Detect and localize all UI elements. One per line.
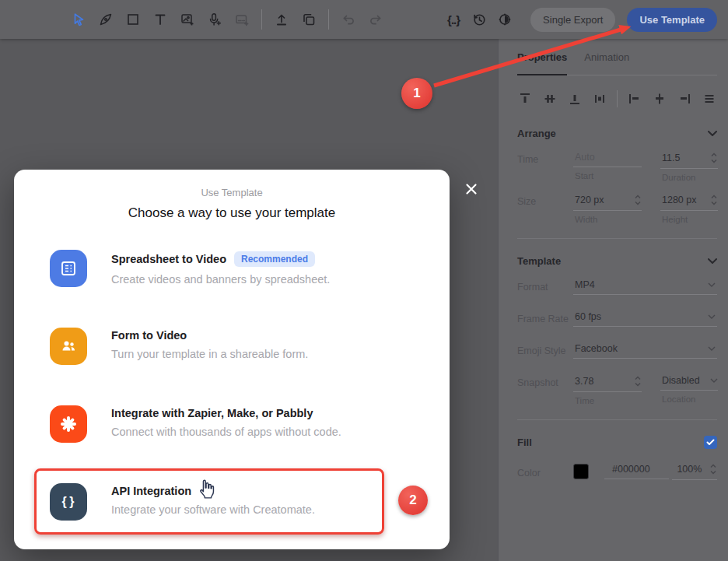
section-divider <box>517 238 717 239</box>
arrange-section-header[interactable]: Arrange <box>517 126 717 140</box>
start-sublabel: Start <box>573 171 642 181</box>
chevron-down-icon <box>708 131 717 136</box>
use-template-button[interactable]: Use Template <box>627 8 717 32</box>
format-select[interactable]: MP4 <box>573 279 717 295</box>
recommended-badge: Recommended <box>234 251 315 267</box>
option-title: Spreadsheet to Video <box>111 253 226 265</box>
align-top-icon[interactable] <box>517 91 533 107</box>
properties-sidebar: Properties Animation Arrange <box>498 39 728 561</box>
option-title: API Integration <box>111 485 191 497</box>
image-tool-icon[interactable] <box>179 11 196 28</box>
option-description: Create videos and banners by spreadsheet… <box>111 273 330 286</box>
appearance-icon[interactable] <box>496 11 513 28</box>
stepper-icon[interactable] <box>710 152 718 164</box>
alignment-toolbar <box>517 86 717 111</box>
arrange-title: Arrange <box>517 128 556 139</box>
color-swatch[interactable] <box>573 464 589 479</box>
drawing-tools <box>70 11 250 28</box>
align-horizontal-center-icon[interactable] <box>652 91 667 107</box>
fill-section-header: Fill <box>517 435 717 449</box>
template-title: Template <box>517 255 561 267</box>
sidebar-tabs: Properties Animation <box>517 39 717 75</box>
template-section-header[interactable]: Template <box>517 254 717 268</box>
single-export-button[interactable]: Single Export <box>530 8 615 32</box>
align-vertical-center-icon[interactable] <box>542 91 558 107</box>
fill-checkbox[interactable] <box>704 436 717 449</box>
single-export-label: Single Export <box>543 14 603 26</box>
size-row: Size 720 px Width 1280 px Height <box>517 194 717 224</box>
frame-rate-row: Frame Rate 60 fps <box>517 311 717 327</box>
align-left-icon[interactable] <box>627 91 642 107</box>
frame-rate-select[interactable]: 60 fps <box>573 311 717 327</box>
stepper-icon[interactable] <box>634 194 642 206</box>
option-form-to-video[interactable]: Form to Video Turn your template in a sh… <box>50 328 422 365</box>
snapshot-location-select[interactable]: Disabled <box>660 375 718 391</box>
hex-input[interactable]: #000000 <box>604 464 669 479</box>
chevron-down-icon <box>708 346 716 351</box>
upload-icon[interactable] <box>273 11 290 28</box>
duration-input[interactable]: 11.5 <box>660 152 718 169</box>
align-bottom-icon[interactable] <box>567 91 583 107</box>
section-divider <box>517 419 717 420</box>
use-template-label: Use Template <box>639 14 705 26</box>
shape-tool-icon[interactable] <box>124 11 142 28</box>
undo-icon[interactable] <box>340 11 357 28</box>
option-description: Connect with thousands of apps without c… <box>111 426 341 438</box>
top-toolbar: {..} Single Export Use Template <box>0 0 728 39</box>
stepper-icon[interactable] <box>709 463 717 475</box>
start-value: Auto <box>575 152 595 163</box>
align-right-icon[interactable] <box>677 91 692 107</box>
spreadsheet-icon <box>50 250 87 287</box>
tab-properties[interactable]: Properties <box>517 39 567 75</box>
tab-animation[interactable]: Animation <box>584 39 629 75</box>
modal-kicker: Use Template <box>14 187 450 198</box>
duration-sublabel: Duration <box>660 173 718 182</box>
hex-value: #000000 <box>612 464 650 475</box>
zapier-asterisk-icon <box>50 405 87 443</box>
stretch-horizontal-icon[interactable] <box>702 91 717 107</box>
option-api-integration[interactable]: { } API Integration Integrate your softw… <box>50 483 422 521</box>
height-input[interactable]: 1280 px <box>660 194 718 211</box>
emoji-style-select[interactable]: Facebook <box>573 343 717 359</box>
snapshot-row: Snapshot 3.78 Time Disabled Location <box>517 375 717 405</box>
snapshot-label: Snapshot <box>517 375 573 405</box>
option-description: Turn your template in a shareable form. <box>111 348 308 360</box>
format-value: MP4 <box>575 279 595 290</box>
width-input[interactable]: 720 px <box>573 194 642 211</box>
use-template-modal: Use Template Choose a way to use your te… <box>14 170 450 549</box>
toolbar-divider <box>261 9 262 30</box>
frame-rate-label: Frame Rate <box>517 311 573 327</box>
opacity-input[interactable]: 100% <box>672 463 717 480</box>
snapshot-time-input[interactable]: 3.78 <box>573 375 642 392</box>
format-label: Format <box>517 279 573 295</box>
stepper-icon[interactable] <box>634 375 642 387</box>
fill-title: Fill <box>517 437 532 448</box>
alignment-divider <box>617 90 618 107</box>
history-icon[interactable] <box>471 11 488 28</box>
stretch-vertical-icon[interactable] <box>592 91 607 107</box>
emoji-style-label: Emoji Style <box>517 343 573 359</box>
template-options-list: Spreadsheet to Video Recommended Create … <box>50 250 422 521</box>
time-row: Time Auto Start 11.5 Duration <box>517 152 717 182</box>
close-icon[interactable] <box>462 180 481 198</box>
select-tool-icon[interactable] <box>70 11 87 28</box>
color-label: Color <box>517 465 573 479</box>
option-integrate-zapier[interactable]: Integrate with Zapier, Make, or Pabbly C… <box>50 405 422 443</box>
caption-tool-icon[interactable] <box>233 11 250 28</box>
code-braces-icon: { } <box>50 483 87 521</box>
start-input[interactable]: Auto <box>573 152 642 167</box>
text-tool-icon[interactable] <box>152 11 169 28</box>
annotation-step-2: 2 <box>398 486 428 515</box>
fill-color-row: Color #000000 100% <box>517 463 717 480</box>
redo-icon[interactable] <box>367 11 384 28</box>
duplicate-icon[interactable] <box>300 11 317 28</box>
stepper-icon[interactable] <box>710 194 718 206</box>
opacity-value: 100% <box>677 464 702 475</box>
duration-value: 11.5 <box>662 153 680 163</box>
voiceover-tool-icon[interactable] <box>206 11 223 28</box>
snapshot-location-sublabel: Location <box>660 394 718 404</box>
source-code-icon[interactable]: {..} <box>445 11 462 28</box>
file-tools <box>273 11 317 28</box>
option-spreadsheet-to-video[interactable]: Spreadsheet to Video Recommended Create … <box>50 250 422 287</box>
draw-tool-icon[interactable] <box>97 11 114 28</box>
